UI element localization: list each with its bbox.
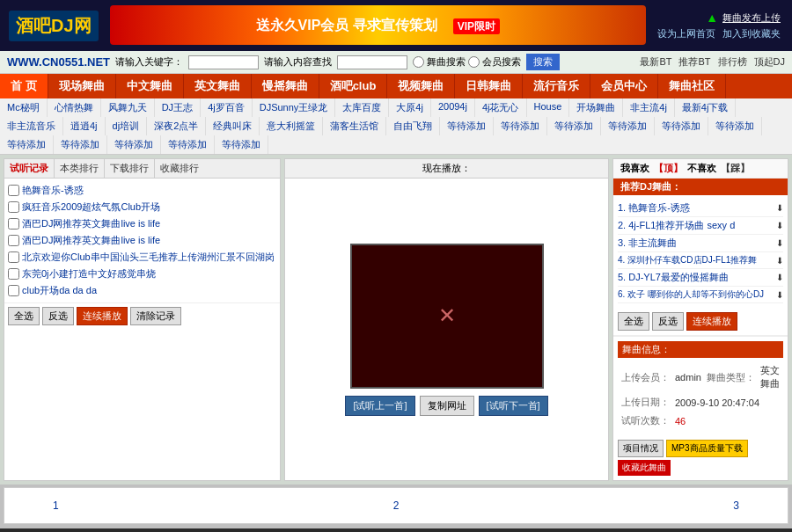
nav-korean[interactable]: 日韩舞曲: [455, 74, 523, 98]
download-icon-6[interactable]: ⬇: [776, 290, 783, 300]
page-2[interactable]: 2: [393, 499, 400, 512]
sub-mc[interactable]: Mc秘明: [0, 98, 48, 117]
playlist-checkbox-2[interactable]: [8, 201, 19, 213]
sub-music[interactable]: 非主流音乐: [0, 117, 63, 135]
recommend-link-1[interactable]: 1. 艳舞音乐-诱惑: [618, 201, 776, 215]
chart-link[interactable]: 排行榜: [718, 55, 747, 69]
nav-video[interactable]: 视频舞曲: [387, 74, 455, 98]
continuous-play-btn[interactable]: 连续播放: [77, 307, 128, 325]
sub-xiao[interactable]: 逍逍4j: [63, 117, 106, 135]
nav-community[interactable]: 舞曲社区: [658, 74, 726, 98]
playlist-checkbox-6[interactable]: [8, 268, 19, 280]
playlist-checkbox-1[interactable]: [8, 185, 19, 196]
nav-english[interactable]: 英文舞曲: [184, 74, 252, 98]
page-3[interactable]: 3: [733, 499, 739, 512]
playlist-checkbox-4[interactable]: [8, 235, 19, 246]
newest-bt-link[interactable]: 最新BT: [640, 55, 671, 69]
set-homepage-link[interactable]: 设为上网首页: [657, 27, 715, 40]
sub-wait6[interactable]: 等待添加: [708, 117, 762, 135]
recommend-link-2[interactable]: 2. 4j-FL1推荐开场曲 sexy d: [618, 219, 776, 232]
tab-history[interactable]: 试听记录: [4, 159, 55, 178]
like-btn[interactable]: 【顶】: [654, 162, 683, 175]
sub-wait8[interactable]: 等待添加: [54, 135, 107, 154]
sub-wait3[interactable]: 等待添加: [547, 117, 601, 135]
member-radio[interactable]: [468, 56, 480, 68]
search-button[interactable]: 搜索: [526, 54, 560, 70]
upload-link[interactable]: 舞曲发布上传: [722, 11, 781, 25]
sub-wait5[interactable]: 等待添加: [655, 117, 708, 135]
sub-open[interactable]: 开场舞曲: [569, 98, 623, 117]
sub-wait11[interactable]: 等待添加: [215, 135, 268, 154]
playlist-checkbox-3[interactable]: [8, 218, 19, 230]
sub-train[interactable]: dj培训: [106, 117, 148, 135]
nav-club[interactable]: 酒吧club: [319, 74, 388, 98]
rec-continuous-btn[interactable]: 连续播放: [686, 312, 737, 331]
copy-url-btn[interactable]: 复制网址: [420, 396, 474, 416]
download-icon-5[interactable]: ⬇: [776, 273, 783, 282]
sub-wait10[interactable]: 等待添加: [161, 135, 215, 154]
sub-dayuan[interactable]: 大原4j: [389, 98, 431, 117]
playlist-link-6[interactable]: 东莞0j小建打造中文好感觉串烧: [22, 267, 156, 281]
recommend-link-5[interactable]: 5. DJ-YL7最爱的慢摇舞曲: [618, 271, 776, 284]
rec-select-all-btn[interactable]: 全选: [618, 312, 649, 331]
nav-slow[interactable]: 慢摇舞曲: [252, 74, 319, 98]
content-input[interactable]: [337, 55, 407, 69]
recommend-link-3[interactable]: 3. 非主流舞曲: [618, 237, 776, 250]
tab-favorite[interactable]: 收藏排行: [155, 159, 204, 178]
nav-pop[interactable]: 流行音乐: [523, 74, 590, 98]
dance-radio[interactable]: [413, 56, 424, 68]
next-btn[interactable]: [试听下一首]: [479, 396, 548, 416]
collect-btn[interactable]: 收藏此舞曲: [618, 460, 671, 476]
sub-sunny[interactable]: DJSunny王绿龙: [253, 98, 336, 117]
download-icon-2[interactable]: ⬇: [776, 221, 783, 230]
top-dj-link[interactable]: 顶起DJ: [754, 55, 785, 69]
nav-live[interactable]: 现场舞曲: [48, 74, 116, 98]
sub-classic[interactable]: 经典叫床: [206, 117, 260, 135]
sub-wait9[interactable]: 等待添加: [107, 135, 161, 154]
sub-feng[interactable]: 风舞九天: [101, 98, 155, 117]
nav-chinese[interactable]: 中文舞曲: [116, 74, 184, 98]
sub-flower[interactable]: 4j花无心: [475, 98, 527, 117]
playlist-link-5[interactable]: 北京欢迎你Club串中国汕头三毛推荐上传湖州汇景不回湖岗: [22, 251, 275, 264]
playlist-checkbox-5[interactable]: [8, 251, 19, 263]
sub-deep[interactable]: 深夜2点半: [147, 117, 206, 135]
recommend-link-4[interactable]: 4. 深圳扑仔车载CD店DJ-FL1推荐舞: [618, 254, 776, 266]
clear-history-btn[interactable]: 清除记录: [130, 307, 181, 325]
playlist-link-3[interactable]: 酒巴DJ网推荐英文舞曲live is life: [22, 217, 160, 230]
add-favorite-link[interactable]: 加入到收藏夹: [722, 27, 781, 40]
playlist-link-7[interactable]: club开场da da da: [22, 284, 97, 297]
page-1[interactable]: 1: [53, 499, 59, 512]
sub-xin[interactable]: 最新4j下载: [675, 98, 737, 117]
sub-wait7[interactable]: 等待添加: [0, 135, 54, 154]
tab-rank[interactable]: 本类排行: [55, 159, 105, 178]
prev-btn[interactable]: [试听上一首]: [345, 396, 414, 416]
recommend-link-6[interactable]: 6. 欢子 哪到你的人却等不到你的心DJ: [618, 288, 776, 301]
sub-2009[interactable]: 20094j: [431, 98, 475, 117]
mp3-download-btn[interactable]: MP3商品质量下载: [666, 440, 748, 457]
download-icon-3[interactable]: ⬇: [776, 238, 783, 248]
playlist-link-2[interactable]: 疯狂音乐2009超炫气氛Club开场: [22, 200, 160, 214]
keyword-input[interactable]: [188, 55, 259, 69]
sub-pu[interactable]: 蒲客生活馆: [323, 117, 386, 135]
sub-wait4[interactable]: 等待添加: [601, 117, 655, 135]
sub-italy[interactable]: 意大利摇篮: [260, 117, 323, 135]
sub-fei[interactable]: 非主流4j: [623, 98, 675, 117]
tab-download[interactable]: 下载排行: [105, 159, 155, 178]
sub-wait1[interactable]: 等待添加: [440, 117, 494, 135]
playlist-link-4[interactable]: 酒巴DJ网推荐英文舞曲live is life: [22, 234, 160, 247]
sub-wait2[interactable]: 等待添加: [494, 117, 547, 135]
nav-home[interactable]: 首 页: [0, 74, 48, 98]
playlist-checkbox-7[interactable]: [8, 285, 19, 296]
sub-dj[interactable]: DJ王志: [155, 98, 201, 117]
select-all-btn[interactable]: 全选: [8, 307, 40, 325]
recommend-bt-link[interactable]: 推荐BT: [678, 55, 710, 69]
dislike-btn[interactable]: 【踩】: [721, 162, 750, 175]
sub-qing[interactable]: 心情热舞: [48, 98, 101, 117]
download-icon-1[interactable]: ⬇: [776, 203, 783, 213]
sub-fly[interactable]: 自由飞翔: [386, 117, 440, 135]
song-detail-btn[interactable]: 项目情况: [618, 440, 664, 457]
playlist-link-1[interactable]: 艳舞音乐-诱惑: [22, 184, 84, 197]
invert-select-btn[interactable]: 反选: [42, 307, 74, 325]
sub-taiku[interactable]: 太库百度: [335, 98, 389, 117]
download-icon-4[interactable]: ⬇: [776, 256, 783, 266]
